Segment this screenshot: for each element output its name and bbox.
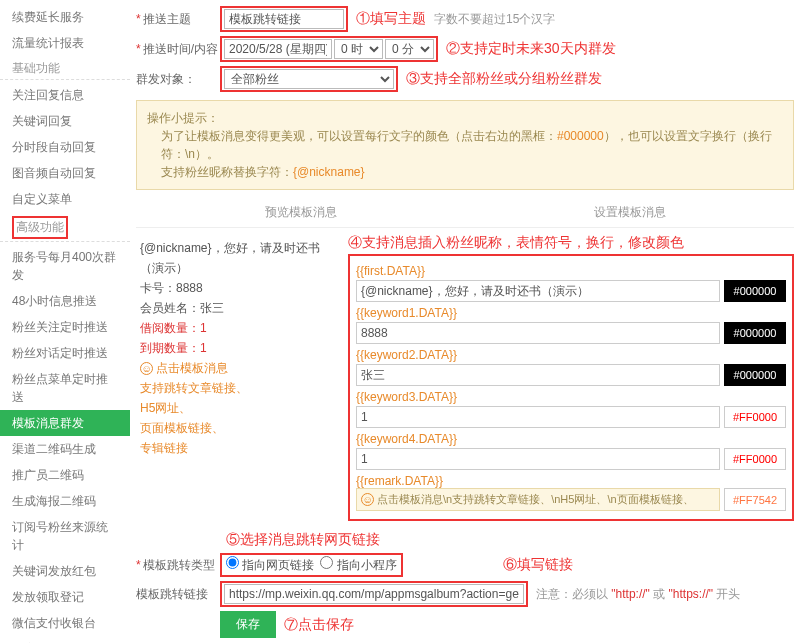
tips-title: 操作小提示： [147,109,783,127]
url-hint: 注意：必须以 "http://" 或 "https://" 开头 [536,586,740,603]
field-value-input[interactable] [356,322,720,344]
field-value-input[interactable] [356,448,720,470]
color-input[interactable] [724,406,786,428]
sidebar-item[interactable]: 关键词回复 [0,108,130,134]
minute-select[interactable]: 0 分 [385,39,434,59]
color-input[interactable] [724,364,786,386]
annotation-2: ②支持定时未来30天内群发 [446,40,616,58]
subject-hint: 字数不要超过15个汉字 [434,11,555,28]
tabs: 预览模板消息 设置模板消息 [136,198,794,228]
field-value-input[interactable] [356,406,720,428]
save-button[interactable]: 保存 [220,611,276,638]
date-input[interactable] [224,39,332,59]
sidebar-item[interactable]: 图音频自动回复 [0,160,130,186]
color-input[interactable] [724,322,786,344]
sidebar-item[interactable]: 续费延长服务 [0,4,130,30]
sidebar-item[interactable]: 自定义菜单 [0,186,130,212]
preview-line: 卡号：8888 [140,278,332,298]
jump-url-label: 模板跳转链接 [136,586,220,603]
color-input[interactable] [724,280,786,302]
sidebar: 续费延长服务 流量统计报表 基础功能 关注回复信息 关键词回复 分时段自动回复 … [0,0,130,643]
preview-link[interactable]: H5网址、 [140,398,332,418]
preview-line: {@nickname}，您好，请及时还书（演示） [140,238,332,278]
jump-url-input[interactable] [224,584,524,604]
sidebar-item[interactable]: 粉丝对话定时推送 [0,340,130,366]
radio-miniprogram[interactable]: 指向小程序 [320,556,396,574]
sidebar-group-advanced: 高级功能 [0,212,130,242]
sidebar-item[interactable]: 分时段自动回复 [0,134,130,160]
preview-line: 借阅数量：1 [140,318,332,338]
sidebar-item[interactable]: 微信支付收银台 [0,610,130,636]
sidebar-item[interactable]: 流量统计报表 [0,30,130,56]
annotation-5: ⑤选择消息跳转网页链接 [226,531,794,549]
field-name: {{first.DATA}} [356,264,786,278]
tab-preview[interactable]: 预览模板消息 [136,198,465,227]
sidebar-item[interactable]: 推广员二维码 [0,462,130,488]
jump-type-label: *模板跳转类型 [136,557,220,574]
time-label: *推送时间/内容 [136,41,220,58]
field-value-input[interactable] [356,280,720,302]
field-value-input[interactable] [356,364,720,386]
main-panel: *推送主题 ①填写主题 字数不要超过15个汉字 *推送时间/内容 0 时 0 分… [130,0,800,643]
sidebar-item[interactable]: 48小时信息推送 [0,288,130,314]
subject-label: *推送主题 [136,11,220,28]
target-label: 群发对象： [136,71,220,88]
target-select[interactable]: 全部粉丝 [224,69,394,89]
sidebar-item[interactable]: 生成海报二维码 [0,488,130,514]
annotation-7: ⑦点击保存 [284,616,354,634]
preview-panel: {@nickname}，您好，请及时还书（演示） 卡号：8888 会员姓名：张三… [136,234,336,521]
boxed-title: 高级功能 [12,216,68,239]
field-name: {{keyword2.DATA}} [356,348,786,362]
fields-panel: {{first.DATA}}{{keyword1.DATA}}{{keyword… [348,254,794,521]
tab-settings[interactable]: 设置模板消息 [465,198,794,227]
remark-value: ☺点击模板消息\n支持跳转文章链接、\nH5网址、\n页面模板链接、 [356,488,720,511]
smiley-icon: ☺ [361,493,374,506]
annotation-3: ③支持全部粉丝或分组粉丝群发 [406,70,602,88]
annotation-4: ④支持消息插入粉丝昵称，表情符号，换行，修改颜色 [348,234,794,252]
annotation-6: ⑥填写链接 [503,556,573,574]
sidebar-item-template-mass[interactable]: 模板消息群发 [0,410,130,436]
preview-line: 会员姓名：张三 [140,298,332,318]
hour-select[interactable]: 0 时 [334,39,383,59]
field-name: {{keyword1.DATA}} [356,306,786,320]
sidebar-item[interactable]: 服务号每月400次群发 [0,244,130,288]
field-name: {{keyword4.DATA}} [356,432,786,446]
tips-box: 操作小提示： 为了让模板消息变得更美观，可以设置每行文字的颜色（点击右边的黑框：… [136,100,794,190]
sidebar-item[interactable]: 订阅号粉丝来源统计 [0,514,130,558]
radio-webpage[interactable]: 指向网页链接 [226,556,314,574]
sidebar-item[interactable]: 粉丝关注定时推送 [0,314,130,340]
color-input[interactable] [724,448,786,470]
subject-input[interactable] [224,9,344,29]
sidebar-item[interactable]: 发放领取登记 [0,584,130,610]
sidebar-item[interactable]: 多客服转接 [0,636,130,643]
sidebar-item[interactable]: 渠道二维码生成 [0,436,130,462]
smiley-icon: ☺ [140,362,153,375]
annotation-1: ①填写主题 [356,10,426,28]
preview-link[interactable]: 点击模板消息 [156,361,228,375]
color-input[interactable] [724,488,786,511]
preview-link[interactable]: 专辑链接 [140,438,332,458]
preview-link[interactable]: 页面模板链接、 [140,418,332,438]
sidebar-item[interactable]: 粉丝点菜单定时推送 [0,366,130,410]
field-name: {{remark.DATA}} [356,474,786,488]
sidebar-group-basic: 基础功能 [0,56,130,80]
preview-line: 到期数量：1 [140,338,332,358]
field-name: {{keyword3.DATA}} [356,390,786,404]
sidebar-item[interactable]: 关键词发放红包 [0,558,130,584]
preview-link[interactable]: 支持跳转文章链接、 [140,378,332,398]
sidebar-item[interactable]: 关注回复信息 [0,82,130,108]
